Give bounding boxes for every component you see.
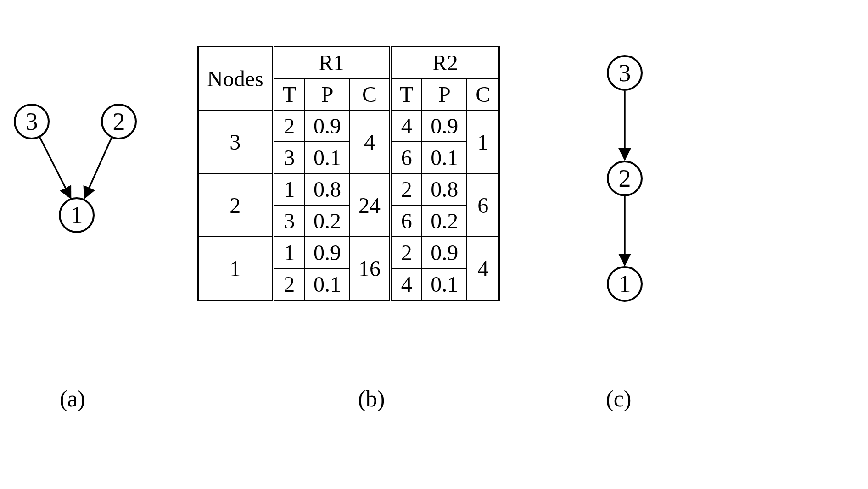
table-header-row-1: Nodes R1 R2 (198, 47, 499, 79)
cell-r2-t: 6 (390, 205, 422, 237)
col-group-r2: R2 (390, 47, 499, 79)
col-group-r1: R1 (273, 47, 390, 79)
cell-r2-c: 6 (467, 173, 499, 237)
cell-r2-p: 0.9 (422, 237, 467, 268)
table-row: 3 2 0.9 4 4 0.9 1 (198, 110, 499, 142)
cell-node: 1 (198, 237, 273, 300)
col-r1-c: C (350, 78, 390, 110)
cell-r1-t: 2 (273, 110, 305, 142)
cell-r2-p: 0.1 (422, 142, 467, 173)
col-r2-c: C (467, 78, 499, 110)
cell-r2-t: 4 (390, 268, 422, 300)
table-row: 1 1 0.9 16 2 0.9 4 (198, 237, 499, 268)
caption-c: (c) (606, 385, 632, 412)
cell-r1-p: 0.9 (305, 237, 350, 268)
cell-r1-p: 0.2 (305, 205, 350, 237)
cell-r2-p: 0.9 (422, 110, 467, 142)
cell-r1-t: 3 (273, 142, 305, 173)
cell-r1-t: 2 (273, 268, 305, 300)
cell-r2-c: 4 (467, 237, 499, 300)
panel-a: 3 2 1 (14, 101, 170, 298)
svg-line-1 (84, 137, 112, 198)
cell-r1-p: 0.1 (305, 268, 350, 300)
col-nodes: Nodes (198, 47, 273, 111)
col-r1-p: P (305, 78, 350, 110)
cell-r2-t: 4 (390, 110, 422, 142)
graph-a-edges (14, 101, 170, 298)
cell-r2-p: 0.8 (422, 173, 467, 205)
cell-r1-t: 1 (273, 237, 305, 268)
col-r2-t: T (390, 78, 422, 110)
cell-r1-t: 3 (273, 205, 305, 237)
cell-r2-t: 6 (390, 142, 422, 173)
cell-r1-p: 0.9 (305, 110, 350, 142)
resource-table: Nodes R1 R2 T P C T P C 3 2 0.9 (197, 46, 500, 301)
cell-node: 3 (198, 110, 273, 173)
cell-r1-p: 0.1 (305, 142, 350, 173)
col-r2-p: P (422, 78, 467, 110)
cell-r2-c: 1 (467, 110, 499, 173)
figure-container: 3 2 1 Nodes R1 R2 (0, 0, 868, 489)
cell-r1-c: 24 (350, 173, 390, 237)
cell-r2-p: 0.1 (422, 268, 467, 300)
svg-line-0 (39, 137, 71, 198)
panel-b: Nodes R1 R2 T P C T P C 3 2 0.9 (197, 46, 500, 301)
cell-node: 2 (198, 173, 273, 237)
cell-r2-t: 2 (390, 173, 422, 205)
panel-c: 3 2 1 (601, 55, 666, 312)
caption-b: (b) (358, 385, 385, 412)
cell-r1-c: 16 (350, 237, 390, 300)
col-r1-t: T (273, 78, 305, 110)
cell-r2-p: 0.2 (422, 205, 467, 237)
cell-r2-t: 2 (390, 237, 422, 268)
table-row: 2 1 0.8 24 2 0.8 6 (198, 173, 499, 205)
graph-c-edges (601, 55, 666, 312)
cell-r1-t: 1 (273, 173, 305, 205)
cell-r1-p: 0.8 (305, 173, 350, 205)
caption-a: (a) (60, 385, 85, 412)
cell-r1-c: 4 (350, 110, 390, 173)
